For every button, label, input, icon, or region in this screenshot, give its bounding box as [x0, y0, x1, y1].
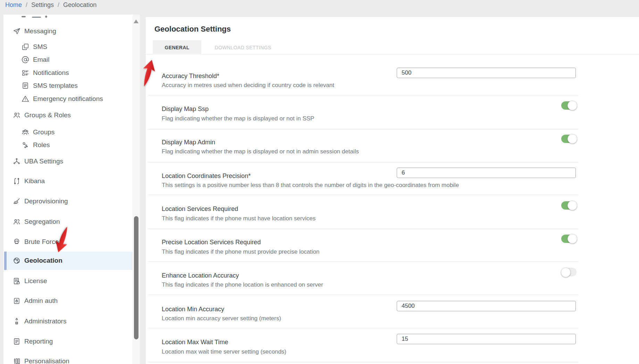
setting-label-location-max-wait-time: Location Max Wait Time — [162, 339, 228, 346]
breadcrumb-separator: / — [58, 1, 59, 9]
sidebar-item-label: Emergency notifications — [33, 95, 103, 103]
sidebar-item-label: Admin auth — [24, 297, 58, 305]
sidebar-item-label: Administrators — [24, 318, 66, 325]
sidebar-item-label: Reporting — [24, 338, 53, 345]
two-people-icon — [13, 111, 20, 119]
sidebar-item-geolocation[interactable]: Geolocation — [13, 256, 62, 265]
row-divider — [148, 295, 578, 295]
sidebar-item-label: Notifications — [33, 69, 69, 77]
tab-download-settings[interactable]: DOWNLOAD SETTINGS — [201, 40, 285, 54]
kibana-icon — [13, 177, 20, 185]
sidebar-item-messaging[interactable]: Messaging — [13, 26, 56, 36]
warning-triangle-icon — [22, 95, 29, 103]
breadcrumb-geolocation: Geolocation — [63, 1, 96, 9]
geolocation-settings-panel: Geolocation Settings GENERAL DOWNLOAD SE… — [146, 17, 639, 364]
document-lines-icon — [22, 82, 29, 90]
location-min-accuracy-input[interactable] — [397, 301, 576, 311]
setting-label-location-coordinates-precision: Location Coordinates Precision* — [162, 172, 251, 180]
toggle-knob — [567, 201, 577, 210]
tab-general[interactable]: GENERAL — [153, 40, 201, 54]
sidebar-item-kibana[interactable]: Kibana — [13, 176, 45, 186]
sidebar-item-groups-roles[interactable]: Groups & Roles — [13, 110, 71, 120]
setting-label-location-services-required: Location Services Required — [162, 205, 238, 213]
row-divider — [148, 229, 578, 229]
broom-icon — [13, 197, 20, 205]
setting-description: Flag indicating whether the map is displ… — [162, 148, 359, 155]
setting-label-display-map-admin: Display Map Admin — [162, 139, 215, 146]
row-divider — [148, 95, 578, 95]
row-divider — [148, 162, 578, 162]
globe-icon — [13, 257, 20, 264]
location-max-wait-time-input[interactable] — [397, 334, 576, 344]
sidebar-item-sms-templates[interactable]: SMS templates — [22, 81, 78, 91]
setting-description: This settings is a positive number less … — [162, 182, 459, 189]
sidebar-item-label: Segregation — [24, 218, 60, 226]
sidebar-item-segregation[interactable]: Segregation — [13, 217, 60, 227]
key-nodes-icon — [22, 141, 29, 149]
breadcrumb-settings: Settings — [31, 1, 54, 9]
sidebar-item-label: Deprovisioning — [24, 197, 68, 205]
row-divider — [148, 328, 578, 328]
sidebar-item-groups[interactable]: Groups — [22, 127, 54, 137]
accuracy-threshold-input[interactable] — [397, 68, 576, 78]
two-people-icon — [13, 218, 20, 226]
setting-description: Location max wait time server setting (s… — [162, 348, 286, 355]
setting-label-location-min-accuracy: Location Min Accuracy — [162, 306, 224, 313]
sidebar-item-admin-auth[interactable]: Admin auth — [13, 296, 58, 306]
toggle-knob — [567, 101, 577, 110]
row-divider — [148, 261, 578, 262]
sidebar-item-reporting[interactable]: Reporting — [13, 337, 53, 346]
sidebar-item-license[interactable]: License — [13, 276, 47, 286]
clipped-nav-item-fragment — [22, 16, 26, 17]
sidebar-item-administrators[interactable]: Administrators — [13, 316, 66, 326]
sidebar-item-label: Geolocation — [24, 257, 62, 264]
person-podium-icon — [13, 318, 20, 325]
sidebar-item-label: Groups & Roles — [24, 111, 71, 119]
setting-label-enhance-location-accuracy: Enhance Location Accuracy — [162, 272, 239, 279]
sidebar-item-deprovisioning[interactable]: Deprovisioning — [13, 196, 68, 206]
document-lock-icon — [13, 277, 20, 285]
selected-row-accent-bar — [4, 252, 7, 270]
sidebar-item-label: License — [24, 277, 47, 285]
sidebar-item-notifications[interactable]: Notifications — [22, 68, 69, 78]
badge-lock-icon — [13, 297, 20, 305]
sidebar-item-label: Email — [33, 56, 50, 64]
breadcrumb: Home / Settings / Geolocation — [5, 1, 96, 9]
paper-plane-icon — [13, 27, 20, 35]
sidebar-item-sms[interactable]: SMS — [22, 42, 47, 52]
display-map-admin-toggle[interactable] — [561, 135, 577, 143]
scroll-up-arrow-icon[interactable] — [134, 19, 138, 23]
row-divider — [148, 362, 578, 362]
sidebar-item-label: Roles — [33, 141, 50, 149]
clipped-nav-item-fragment — [45, 16, 47, 18]
sidebar-scrollbar[interactable] — [133, 15, 140, 364]
setting-description: This flag indicates if the phone must ha… — [162, 215, 316, 222]
precise-location-services-required-toggle[interactable] — [561, 235, 577, 243]
setting-description: Flag indicating whether the map is displ… — [162, 115, 314, 122]
setting-description: Accuracy in metres used when deciding if… — [162, 82, 334, 89]
toggle-knob — [561, 268, 571, 277]
toggle-knob — [567, 234, 577, 244]
people-group-icon — [22, 128, 29, 136]
sidebar-item-roles[interactable]: Roles — [22, 140, 50, 150]
copy-icon — [22, 43, 29, 51]
list-grid-icon — [22, 69, 29, 77]
at-sign-icon — [22, 56, 29, 64]
setting-label-precise-location-services-required: Precise Location Services Required — [162, 239, 261, 246]
sidebar-item-uba-settings[interactable]: UBA Settings — [13, 156, 63, 166]
settings-sidebar: Messaging SMS Email Notifications SMS te… — [3, 15, 140, 364]
sidebar-item-email[interactable]: Email — [22, 55, 50, 65]
display-map-ssp-toggle[interactable] — [561, 101, 577, 110]
breadcrumb-home-link[interactable]: Home — [5, 1, 22, 9]
sidebar-scrollbar-thumb[interactable] — [134, 216, 138, 339]
location-services-required-toggle[interactable] — [561, 201, 577, 210]
sidebar-item-emergency-notifications[interactable]: Emergency notifications — [22, 94, 103, 104]
toggle-knob — [567, 134, 577, 144]
enhance-location-accuracy-toggle[interactable] — [561, 268, 577, 276]
row-divider — [148, 129, 578, 129]
location-coordinates-precision-input[interactable] — [397, 168, 576, 178]
sidebar-item-personalisation[interactable]: Personalisation — [13, 356, 69, 364]
sidebar-item-label: UBA Settings — [24, 158, 63, 165]
sidebar-item-label: SMS templates — [33, 82, 78, 90]
setting-description: This flag indicates if the phone must pr… — [162, 248, 320, 255]
